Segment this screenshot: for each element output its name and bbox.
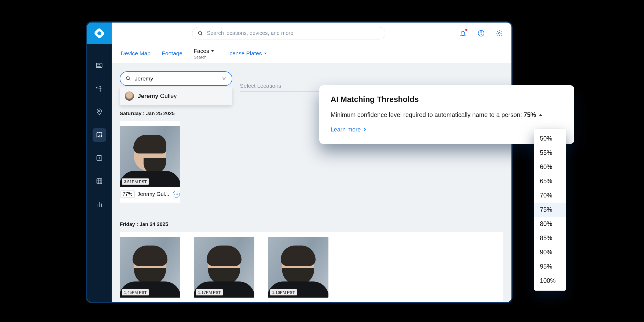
clear-search-button[interactable]	[222, 76, 226, 81]
threshold-dropdown: 50%55%60%65%70%75%80%85%90%95%100%	[534, 129, 566, 291]
thumbnail-timestamp: 3:51PM PST	[122, 178, 149, 185]
face-thumbnail[interactable]: 1:45PM PST	[120, 237, 180, 298]
nav-explore-icon[interactable]	[93, 128, 106, 142]
svg-point-4	[99, 64, 100, 65]
face-thumbnail[interactable]: 3:51PM PST	[120, 126, 180, 187]
result-name: Jeremy Gul...	[137, 191, 169, 197]
avatar	[125, 92, 134, 101]
app-window: Device Map Footage Faces Search License …	[86, 21, 513, 303]
nav-plus-icon[interactable]	[93, 151, 106, 165]
thumbnail-timestamp: 1:16PM PST	[270, 289, 297, 295]
caret-up-icon[interactable]	[539, 114, 542, 116]
result-more-button[interactable]: •••	[173, 191, 180, 198]
tab-device-map[interactable]: Device Map	[121, 50, 151, 57]
tab-footage[interactable]: Footage	[162, 50, 182, 57]
svg-point-24	[481, 34, 481, 35]
threshold-option[interactable]: 50%	[534, 131, 566, 146]
svg-line-22	[201, 34, 203, 35]
nav-location-icon[interactable]	[93, 105, 106, 119]
left-sidebar	[87, 23, 112, 302]
threshold-option[interactable]: 55%	[534, 146, 566, 160]
result-meta: 77% Jeremy Gul... •••	[120, 191, 180, 198]
result-group: 1:45PM PST 1:17PM PST 1:16PM PST	[120, 232, 503, 302]
tab-bar: Device Map Footage Faces Search License …	[112, 44, 511, 63]
svg-rect-13	[97, 179, 102, 184]
day-header: Friday : Jan 24 2025	[120, 221, 503, 227]
nav-clip-icon[interactable]	[93, 174, 106, 188]
threshold-option[interactable]: 90%	[534, 245, 566, 259]
help-button[interactable]	[477, 29, 485, 37]
tab-faces-subtab: Search	[194, 55, 207, 59]
location-select-label: Select Locations	[240, 83, 281, 89]
global-search[interactable]	[192, 27, 385, 39]
threshold-option[interactable]: 70%	[534, 188, 566, 203]
svg-point-6	[100, 91, 100, 91]
notifications-button[interactable]	[459, 29, 467, 37]
thumbnail-timestamp: 1:17PM PST	[196, 289, 223, 295]
chevron-down-icon	[264, 53, 267, 54]
svg-point-7	[98, 110, 100, 112]
notification-dot	[465, 29, 467, 31]
close-icon	[222, 76, 226, 81]
svg-point-25	[499, 32, 500, 34]
face-search-input[interactable]	[135, 75, 218, 82]
nav-dashboard-icon[interactable]	[93, 59, 106, 72]
chevron-right-icon	[364, 128, 366, 131]
popover-title: AI Matching Thresholds	[331, 95, 563, 104]
threshold-option[interactable]: 60%	[534, 160, 566, 174]
svg-line-27	[129, 79, 130, 81]
result-group: 3:51PM PST 77% Jeremy Gul... •••	[120, 121, 180, 203]
threshold-option[interactable]: 65%	[534, 174, 566, 188]
thumbnail-timestamp: 1:45PM PST	[122, 289, 149, 295]
tab-license-plates[interactable]: License Plates	[225, 50, 267, 57]
settings-button[interactable]	[495, 29, 503, 37]
gear-icon	[496, 30, 503, 37]
svg-rect-2	[97, 63, 102, 68]
svg-point-26	[126, 77, 130, 80]
threshold-option[interactable]: 100%	[534, 274, 566, 288]
global-search-input[interactable]	[207, 30, 380, 36]
help-icon	[478, 30, 485, 37]
chevron-down-icon	[211, 50, 214, 52]
learn-more-link[interactable]: Learn more	[331, 126, 563, 133]
threshold-option[interactable]: 80%	[534, 217, 566, 231]
face-thumbnail[interactable]: 1:16PM PST	[268, 237, 328, 298]
top-bar	[112, 23, 511, 44]
search-icon	[126, 76, 131, 81]
nav-camera-icon[interactable]	[93, 82, 106, 96]
threshold-current-value[interactable]: 75%	[524, 111, 536, 119]
svg-point-21	[199, 31, 202, 34]
face-thumbnail[interactable]: 1:17PM PST	[194, 237, 254, 298]
threshold-option[interactable]: 75%	[534, 203, 566, 217]
threshold-option[interactable]: 95%	[534, 259, 566, 274]
confidence-badge: 77%	[120, 191, 135, 198]
svg-point-3	[98, 64, 98, 65]
search-suggestion-item[interactable]: Jeremy Gulley	[120, 87, 232, 105]
nav-reports-icon[interactable]	[93, 197, 106, 211]
face-search[interactable]	[120, 71, 232, 86]
brand-logo[interactable]	[87, 23, 112, 44]
search-suggestion-panel: Jeremy Gulley	[120, 87, 232, 105]
threshold-option[interactable]: 85%	[534, 231, 566, 245]
search-icon	[198, 31, 203, 36]
bell-icon	[459, 30, 466, 37]
popover-description: Minimum confidence level required to aut…	[331, 111, 522, 119]
tab-faces[interactable]: Faces Search	[194, 48, 214, 59]
main-area: Device Map Footage Faces Search License …	[112, 23, 511, 302]
